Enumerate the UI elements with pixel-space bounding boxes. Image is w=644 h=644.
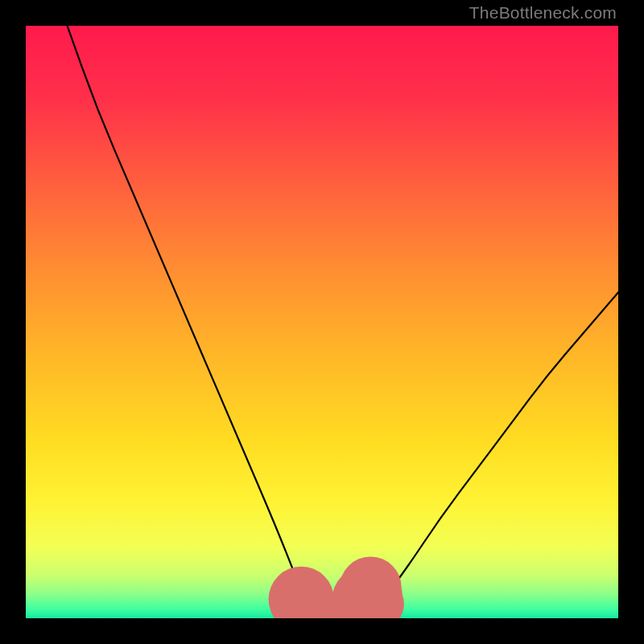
- watermark-text: TheBottleneck.com: [469, 3, 617, 23]
- curve-right: [369, 292, 618, 618]
- chart-frame: TheBottleneck.com: [0, 0, 644, 644]
- bottom-markers: [269, 556, 404, 618]
- plot-area: [26, 26, 618, 618]
- curve-layer: [26, 26, 618, 618]
- curve-left: [68, 26, 311, 618]
